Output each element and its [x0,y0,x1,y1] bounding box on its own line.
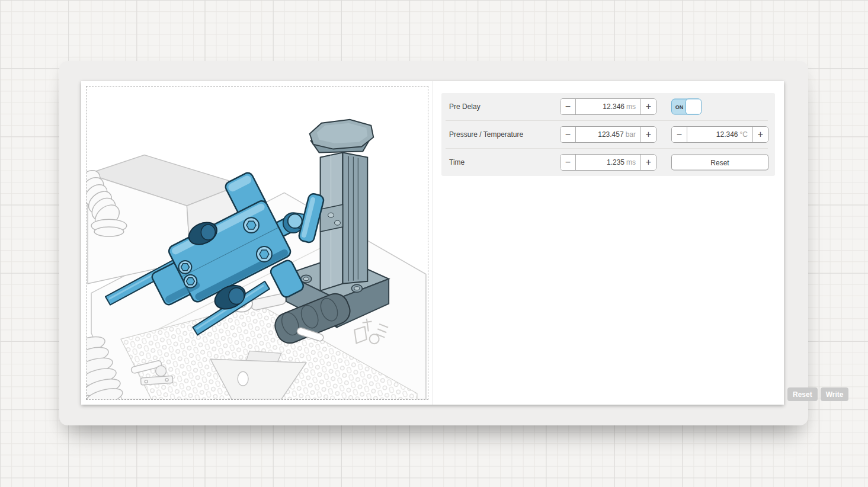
pressure-increment-button[interactable]: + [640,127,656,142]
param-label-pre-delay: Pre Delay [449,102,481,111]
temperature-increment-button[interactable]: + [752,127,768,142]
temperature-unit: °C [740,130,748,139]
temperature-field: °C [687,127,752,142]
pressure-stepper: − bar + [560,126,656,143]
pre-delay-toggle[interactable]: ON [671,99,702,115]
time-input[interactable] [578,158,624,166]
footer-reset-button[interactable]: Reset [787,387,818,401]
param-label-pressure-temperature: Pressure / Temperature [449,130,523,139]
footer-write-button[interactable]: Write [821,387,849,401]
parameter-block: Pre Delay − ms + ON [441,93,775,176]
toggle-on-label: ON [672,104,687,110]
app-window: Pre Delay − ms + ON [81,81,784,405]
time-unit: ms [626,158,636,166]
pre-delay-field: ms [576,99,640,114]
toggle-knob [686,99,702,115]
pressure-field: bar [576,127,640,142]
pressure-input[interactable] [578,130,624,139]
pre-delay-decrement-button[interactable]: − [560,99,576,114]
model-viewer-panel [86,86,428,400]
controls-panel: Pre Delay − ms + ON [433,81,784,405]
param-row-pressure-temperature: Pressure / Temperature − bar + − [441,121,775,148]
app-card: Pre Delay − ms + ON [59,61,808,425]
pressure-decrement-button[interactable]: − [560,127,576,142]
machine-illustration [87,86,428,399]
temperature-stepper: − °C + [671,126,768,143]
pressure-unit: bar [626,130,636,139]
temperature-input[interactable] [690,130,738,139]
footer-buttons: Reset Write [787,387,848,401]
pre-delay-input[interactable] [578,102,624,111]
column-cap [310,120,374,153]
pre-delay-unit: ms [626,102,636,111]
time-reset-button[interactable]: Reset [671,155,768,171]
time-stepper: − ms + [560,154,656,171]
pre-delay-increment-button[interactable]: + [640,99,656,114]
temperature-decrement-button[interactable]: − [672,127,687,142]
param-row-pre-delay: Pre Delay − ms + ON [441,93,775,120]
param-row-time: Time − ms + Reset [441,149,775,176]
param-label-time: Time [449,158,465,166]
column-assembly [321,153,368,291]
time-decrement-button[interactable]: − [560,155,576,170]
page-background: Pre Delay − ms + ON [0,0,868,487]
time-field: ms [576,155,640,170]
time-increment-button[interactable]: + [640,155,656,170]
pre-delay-stepper: − ms + [560,98,656,115]
